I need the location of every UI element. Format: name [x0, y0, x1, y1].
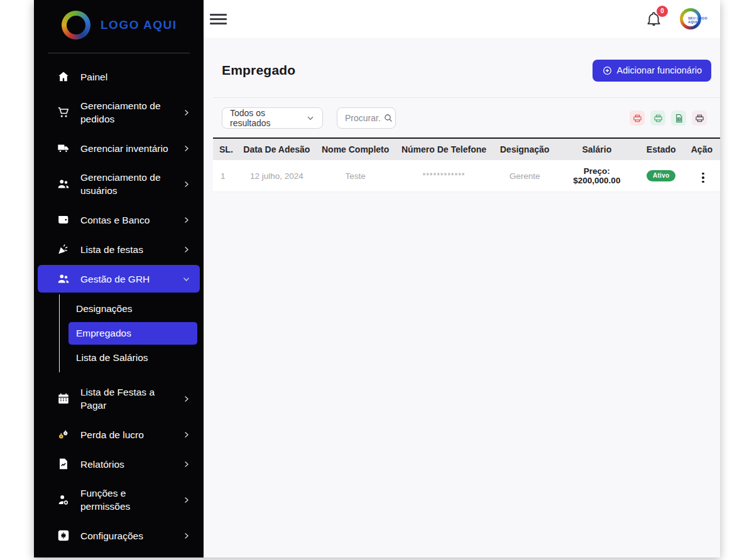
printer-icon — [633, 114, 642, 123]
search-box[interactable] — [337, 107, 396, 129]
sidebar-item-gerenciar-inventario[interactable]: Gerenciar inventário — [38, 134, 200, 162]
home-icon — [57, 70, 70, 83]
users-icon — [57, 177, 70, 191]
truck-icon — [57, 141, 70, 155]
employees-table: SL.Data De AdesãoNome CompletoNúmero De … — [213, 137, 720, 192]
sidebar-nav: Painel Gerenciamento de pedidos Gerencia… — [34, 61, 204, 557]
column-header-designacao: Designação — [492, 138, 557, 160]
notifications-button[interactable]: 0 — [645, 11, 662, 28]
main-area: 0 SEU LOGO AQUI Empregado Adicionar func… — [204, 0, 720, 557]
export-pdf-button[interactable] — [630, 110, 645, 126]
cell-join-date: 12 julho, 2024 — [238, 160, 315, 192]
wallet-icon — [57, 213, 70, 227]
sidebar-item-contas-e-banco[interactable]: Contas e Banco — [38, 206, 200, 234]
printer-icon — [653, 114, 663, 123]
logo-text: LOGO AQUI — [101, 18, 177, 32]
column-header-estado: Estado — [637, 138, 686, 160]
sidebar-item-gerenciamento-de-usuarios[interactable]: Gerenciamento de usuários — [38, 164, 200, 204]
logo-swirl-icon — [62, 11, 90, 40]
sidebar-item-label: Configurações — [80, 529, 172, 542]
users-icon — [57, 272, 70, 286]
filter-toolbar: Todos os resultados — [204, 98, 720, 137]
sidebar-item-lista-de-festas[interactable]: Lista de festas — [38, 235, 200, 263]
column-header-acao: Ação — [686, 138, 720, 160]
sidebar: LOGO AQUI Painel Gerenciamento de pedido… — [34, 0, 204, 557]
sidebar-item-label: Contas e Banco — [80, 213, 172, 227]
sidebar-item-label: Relatórios — [80, 458, 172, 471]
chevron-down-icon — [182, 274, 191, 284]
submenu-item-lista-de-salarios[interactable]: Lista de Salários — [68, 347, 197, 369]
sidebar-submenu: DesignaçõesEmpregadosLista de Salários — [59, 294, 197, 372]
submenu-item-empregados[interactable]: Empregados — [68, 322, 197, 345]
cell-designation: Gerente — [492, 160, 557, 192]
user-avatar[interactable]: SEU LOGO AQUI — [680, 7, 709, 31]
cell-phone: ************ — [396, 160, 492, 192]
chevron-right-icon — [182, 245, 191, 254]
search-input[interactable] — [344, 112, 383, 124]
settings-icon — [57, 529, 70, 542]
sidebar-item-relatorios[interactable]: Relatórios — [38, 450, 200, 478]
table-row: 1 12 julho, 2024 Teste ************ Gere… — [213, 160, 720, 192]
chevron-right-icon — [182, 495, 191, 505]
chevron-right-icon — [182, 144, 191, 153]
sidebar-item-label: Painel — [80, 70, 191, 83]
sidebar-item-perda-de-lucro[interactable]: Perda de lucro — [38, 421, 200, 448]
cart-icon — [57, 105, 70, 119]
content: Empregado Adicionar funcionário Todos os… — [204, 38, 720, 557]
column-header-data-de-adesao: Data De Adesão — [238, 138, 315, 160]
cell-sl: 1 — [213, 160, 238, 192]
sidebar-item-lista-de-festas-a-pagar[interactable]: Lista de Festas a Pagar — [38, 379, 200, 419]
table-header-row: SL.Data De AdesãoNome CompletoNúmero De … — [213, 138, 720, 160]
sidebar-item-label: Gestão de GRH — [80, 272, 172, 286]
sidebar-item-funcoes-e-permissoes[interactable]: Funções e permissões — [38, 480, 200, 520]
results-filter-value: Todos os resultados — [230, 108, 300, 128]
chevron-right-icon — [182, 430, 191, 439]
printer-icon — [695, 114, 704, 123]
notification-count-badge: 0 — [657, 6, 668, 17]
search-icon — [383, 113, 393, 123]
hamburger-menu-icon[interactable] — [210, 11, 227, 27]
column-header-salario: Salário — [557, 138, 637, 160]
sidebar-item-label: Funções e permissões — [80, 487, 172, 513]
topbar: 0 SEU LOGO AQUI — [204, 0, 720, 38]
status-badge: Ativo — [647, 170, 676, 181]
person-gear-icon — [57, 493, 70, 507]
results-filter-select[interactable]: Todos os resultados — [222, 107, 323, 129]
chevron-right-icon — [182, 531, 191, 541]
cell-status: Ativo — [637, 160, 686, 192]
app-window: LOGO AQUI Painel Gerenciamento de pedido… — [34, 0, 720, 557]
export-csv-button[interactable] — [650, 110, 665, 126]
cell-full-name: Teste — [315, 160, 396, 192]
sidebar-item-label: Gerenciar inventário — [80, 142, 172, 155]
coins-icon — [57, 428, 70, 441]
chevron-right-icon — [182, 394, 191, 404]
sidebar-item-label: Gerenciamento de pedidos — [80, 99, 172, 126]
page-title: Empregado — [222, 63, 295, 78]
sidebar-item-label: Perda de lucro — [80, 428, 172, 441]
doc-grid-icon — [674, 114, 684, 123]
sidebar-item-configuracoes[interactable]: Configurações — [38, 522, 200, 549]
cell-salary: Preço: $200,000.00 — [557, 160, 637, 192]
cell-action — [686, 160, 720, 192]
chevron-right-icon — [182, 460, 191, 469]
submenu-item-designacoes[interactable]: Designações — [68, 298, 197, 320]
sidebar-divider — [48, 53, 190, 53]
sidebar-item-gestao-de-grh[interactable]: Gestão de GRH — [38, 265, 200, 293]
column-header-numero-de-telefone: Número De Telefone — [396, 138, 492, 160]
add-employee-button[interactable]: Adicionar funcionário — [593, 60, 711, 82]
sidebar-item-painel[interactable]: Painel — [38, 63, 200, 90]
chevron-right-icon — [182, 108, 191, 117]
export-excel-button[interactable] — [671, 110, 686, 126]
chevron-right-icon — [182, 215, 191, 225]
calendar-icon — [57, 392, 70, 406]
plus-circle-icon — [602, 65, 613, 76]
sidebar-item-label: Lista de Festas a Pagar — [80, 385, 172, 412]
export-group — [630, 110, 707, 126]
sidebar-item-gerenciamento-de-pedidos[interactable]: Gerenciamento de pedidos — [38, 92, 200, 132]
row-actions-kebab-icon[interactable] — [697, 171, 709, 185]
chevron-down-icon — [306, 114, 315, 122]
print-button[interactable] — [692, 110, 707, 126]
sidebar-item-label: Gerenciamento de usuários — [80, 171, 172, 197]
logo[interactable]: LOGO AQUI — [34, 0, 204, 49]
column-header-sl: SL. — [213, 138, 238, 160]
